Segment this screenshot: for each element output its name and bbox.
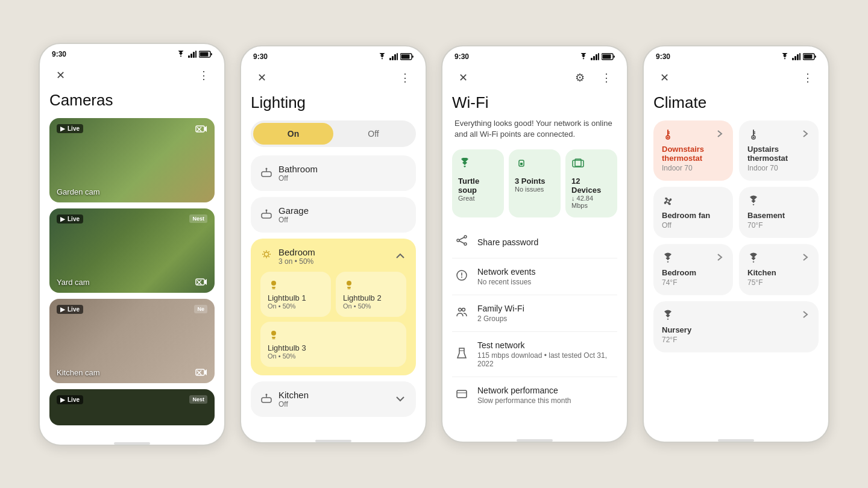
climate-title: Climate xyxy=(653,93,819,112)
svg-rect-73 xyxy=(799,53,800,60)
lighting-group-garage[interactable]: Garage Off xyxy=(251,197,416,233)
chevron-right-bedroom[interactable] xyxy=(715,252,725,262)
wifi-menu-test[interactable]: Test network 115 mbps download • last te… xyxy=(452,332,617,377)
climate-card-bedroom-fan[interactable]: Bedroom fan Off xyxy=(653,187,733,238)
more-button-cameras[interactable]: ⋮ xyxy=(195,67,212,84)
phones-container: 9:30 xyxy=(2,19,866,470)
kitchen-climate-temp: 75°F xyxy=(747,278,810,287)
svg-rect-5 xyxy=(200,52,209,56)
bedroom-climate-name: Bedroom xyxy=(662,268,725,277)
kitchen-status: Off xyxy=(278,400,309,408)
svg-point-47 xyxy=(266,394,268,396)
settings-button-wifi[interactable]: ⚙ xyxy=(571,69,588,86)
svg-rect-44 xyxy=(272,338,275,339)
camera-card-kitchen[interactable]: ▶ Live Ne Kitchen cam xyxy=(49,299,215,383)
climate-card-basement[interactable]: Basement 70°F xyxy=(739,187,819,238)
scrollbar-3 xyxy=(517,439,553,442)
wifi-stat-points[interactable]: 3 Points No issues xyxy=(509,149,561,217)
test-title: Test network xyxy=(477,340,615,350)
wifi-stat-devices[interactable]: 12 Devices ↓ 42.84 Mbps xyxy=(565,149,617,217)
bedroom-fan-temp: Off xyxy=(662,221,725,230)
delete-icon-garden[interactable] xyxy=(195,124,207,134)
lighting-group-kitchen[interactable]: Kitchen Off xyxy=(251,381,416,417)
downstairs-name: Downstairs thermostat xyxy=(662,145,725,163)
camera-card-yard[interactable]: ▶ Live Nest Yard cam xyxy=(49,208,215,293)
wifi-menu-family[interactable]: Family Wi-Fi 2 Groups xyxy=(452,295,617,332)
more-button-lighting[interactable]: ⋮ xyxy=(397,69,414,86)
toggle-on[interactable]: On xyxy=(253,123,333,145)
climate-card-nursery[interactable]: Nursery 72°F xyxy=(653,301,819,352)
mute-icon-kitchen[interactable] xyxy=(195,368,207,377)
camera-icon-garden: ▶ xyxy=(60,125,65,132)
chevron-right-down[interactable] xyxy=(715,129,725,139)
close-button-wifi[interactable]: ✕ xyxy=(454,69,471,86)
lighting-group-bathroom[interactable]: Bathroom Off xyxy=(251,155,416,191)
nav-bar-lighting: ✕ ⋮ xyxy=(241,64,426,93)
mute-icon-yard[interactable] xyxy=(195,277,207,287)
svg-point-65 xyxy=(459,308,462,311)
bulb-status-3: On • 50% xyxy=(268,352,399,360)
climate-card-downstairs[interactable]: Downstairs thermostat Indoor 70 xyxy=(653,120,733,181)
chevron-right-kitchen[interactable] xyxy=(800,252,810,262)
wifi-menu-performance[interactable]: Network performance Slow performance thi… xyxy=(452,377,617,413)
wifi-menu-events[interactable]: Network events No recent issues xyxy=(452,258,617,295)
signal-icon-2 xyxy=(389,53,398,60)
wifi-stat-turtle[interactable]: Turtle soup Great xyxy=(452,149,504,217)
camera-card-garden[interactable]: ▶ Live Garden cam xyxy=(49,118,215,202)
camera-label-kitchen: Kitchen cam xyxy=(57,368,100,377)
wifi-icon-2 xyxy=(377,53,387,60)
close-button-cameras[interactable]: ✕ xyxy=(52,67,69,84)
svg-line-35 xyxy=(263,256,264,257)
nursery-temp: 72°F xyxy=(662,336,810,344)
climate-card-upstairs[interactable]: Upstairs thermostat Indoor 70 xyxy=(739,120,819,181)
kitchen-climate-name: Kitchen xyxy=(747,268,810,277)
live-badge-kitchen: ▶ Live xyxy=(57,305,83,314)
climate-grid: Downstairs thermostat Indoor 70 xyxy=(653,120,819,352)
svg-rect-75 xyxy=(804,55,813,59)
svg-rect-17 xyxy=(394,54,396,60)
signal-icon-4 xyxy=(792,53,800,60)
svg-rect-43 xyxy=(272,337,275,338)
bulb-card-3[interactable]: Lightbulb 3 On • 50% xyxy=(260,322,406,367)
more-button-wifi[interactable]: ⋮ xyxy=(598,69,615,86)
wifi-menu-share[interactable]: Share password xyxy=(452,226,617,258)
svg-rect-51 xyxy=(598,53,599,60)
kitchen-chevron-down[interactable] xyxy=(394,393,406,405)
more-button-climate[interactable]: ⋮ xyxy=(799,69,816,86)
stat-name-turtle: Turtle soup xyxy=(458,177,498,195)
chevron-right-nursery[interactable] xyxy=(800,310,810,319)
climate-card-kitchen[interactable]: Kitchen 75°F xyxy=(739,244,819,295)
svg-rect-72 xyxy=(797,54,799,60)
bulb-card-2[interactable]: Lightbulb 2 On • 50% xyxy=(336,272,406,317)
battery-icon-4 xyxy=(803,53,816,60)
bedroom-fan-name: Bedroom fan xyxy=(662,211,725,220)
climate-card-bedroom[interactable]: Bedroom 74°F xyxy=(653,244,733,295)
lighting-toggle[interactable]: On Off xyxy=(251,120,416,147)
bulb-name-3: Lightbulb 3 xyxy=(268,343,399,352)
svg-rect-20 xyxy=(401,54,410,58)
camera-card-partial[interactable]: ▶ Live Nest xyxy=(49,389,215,425)
kitchen-name: Kitchen xyxy=(278,390,309,400)
svg-point-66 xyxy=(462,308,465,311)
svg-rect-68 xyxy=(457,390,467,398)
bedroom-chevron-up[interactable] xyxy=(394,250,406,262)
live-badge-garden: ▶ Live xyxy=(57,124,83,133)
fan-icon xyxy=(662,195,674,207)
live-badge-partial: ▶ Live xyxy=(57,395,83,404)
camera-top-partial: ▶ Live Nest xyxy=(57,395,207,404)
time-1: 9:30 xyxy=(52,50,66,58)
cameras-content: ▶ Live Garden cam xyxy=(40,118,224,435)
events-sub: No recent issues xyxy=(477,278,615,286)
close-button-climate[interactable]: ✕ xyxy=(656,69,673,86)
events-title: Network events xyxy=(477,267,615,277)
chevron-right-up[interactable] xyxy=(800,129,810,139)
close-button-lighting[interactable]: ✕ xyxy=(253,69,270,86)
bulb-status-1: On • 50% xyxy=(268,302,324,310)
lighting-group-bedroom[interactable]: Bedroom 3 on • 50% xyxy=(251,239,416,375)
svg-rect-70 xyxy=(792,58,794,60)
nav-icons-cameras: ⋮ xyxy=(195,67,212,84)
toggle-off[interactable]: Off xyxy=(333,123,414,145)
camera-overlay-partial: ▶ Live Nest xyxy=(49,389,215,425)
bulb-card-1[interactable]: Lightbulb 1 On • 50% xyxy=(260,272,331,317)
share-icon xyxy=(454,234,469,249)
